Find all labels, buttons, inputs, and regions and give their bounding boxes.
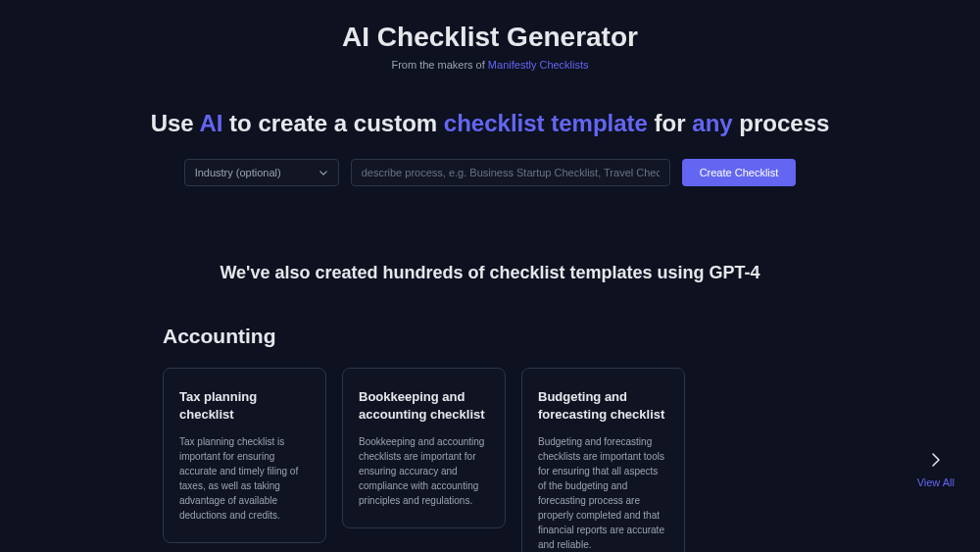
tagline-highlight-template: checklist template bbox=[444, 110, 648, 136]
cards-row: Tax planning checklist Tax planning chec… bbox=[163, 368, 817, 552]
chevron-right-icon bbox=[932, 453, 940, 467]
tagline-part2: to create a custom bbox=[222, 110, 443, 136]
tagline-highlight-ai: AI bbox=[199, 110, 222, 136]
page-title: AI Checklist Generator bbox=[0, 22, 980, 53]
tagline-highlight-any: any bbox=[692, 110, 732, 136]
industry-select[interactable]: Industry (optional) bbox=[184, 159, 339, 186]
card-desc: Tax planning checklist is important for … bbox=[179, 434, 310, 523]
view-all-label: View All bbox=[917, 477, 955, 488]
tagline: Use AI to create a custom checklist temp… bbox=[0, 110, 980, 137]
card-title: Bookkeeping and accounting checklist bbox=[359, 388, 489, 423]
form-row: Industry (optional) Create Checklist bbox=[0, 159, 980, 186]
card-desc: Bookkeeping and accounting checklists ar… bbox=[359, 434, 489, 508]
tagline-part1: Use bbox=[151, 110, 200, 136]
subtitle: From the makers of Manifestly Checklists bbox=[0, 59, 980, 71]
card-title: Tax planning checklist bbox=[179, 388, 310, 423]
tagline-part3: for bbox=[648, 110, 692, 136]
section-heading: We've also created hundreds of checklist… bbox=[0, 263, 980, 283]
industry-select-label: Industry (optional) bbox=[195, 167, 281, 178]
tagline-part4: process bbox=[733, 110, 830, 136]
chevron-down-icon bbox=[318, 168, 328, 177]
checklist-card[interactable]: Budgeting and forecasting checklist Budg… bbox=[521, 368, 685, 552]
checklist-card[interactable]: Bookkeeping and accounting checklist Boo… bbox=[342, 368, 506, 528]
view-all-button[interactable]: View All bbox=[917, 453, 955, 488]
subtitle-link[interactable]: Manifestly Checklists bbox=[488, 59, 589, 71]
card-desc: Budgeting and forecasting checklists are… bbox=[538, 434, 668, 552]
create-checklist-button[interactable]: Create Checklist bbox=[682, 159, 797, 186]
process-input[interactable] bbox=[351, 159, 670, 186]
checklist-card[interactable]: Tax planning checklist Tax planning chec… bbox=[163, 368, 326, 543]
category-section: Accounting Tax planning checklist Tax pl… bbox=[163, 325, 817, 552]
subtitle-prefix: From the makers of bbox=[391, 59, 487, 71]
category-title: Accounting bbox=[163, 325, 817, 348]
card-title: Budgeting and forecasting checklist bbox=[538, 388, 668, 423]
